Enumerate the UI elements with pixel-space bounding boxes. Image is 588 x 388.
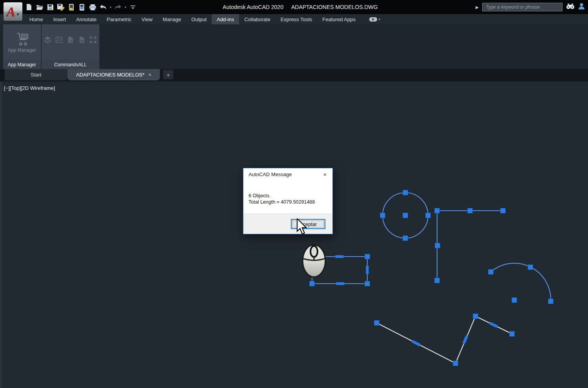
- chevron-down-icon: ▾: [379, 18, 380, 21]
- file-tab-start[interactable]: Start: [5, 69, 67, 80]
- mouse-cursor-icon: [296, 219, 308, 235]
- ribbon: App Manager App Manager: [0, 24, 588, 69]
- cad-grip-midpoint[interactable]: [462, 335, 468, 344]
- cad-grip[interactable]: [473, 314, 478, 319]
- cad-grip[interactable]: [435, 208, 440, 213]
- cad-grip[interactable]: [403, 236, 408, 241]
- cad-grip-midpoint[interactable]: [335, 255, 344, 258]
- cad-grip[interactable]: [453, 361, 458, 366]
- cad-grip[interactable]: [435, 278, 440, 283]
- app-title: Autodesk AutoCAD 2020: [223, 4, 283, 10]
- mouse-overlay-icon: [301, 244, 327, 278]
- cad-grip[interactable]: [435, 243, 440, 248]
- save-as-icon[interactable]: [57, 3, 65, 11]
- ribbon-tab-view[interactable]: View: [136, 14, 158, 24]
- autocad-logo-icon: A: [6, 5, 15, 18]
- ribbon-tab-featured-apps[interactable]: Featured Apps: [317, 14, 361, 24]
- cad-grip[interactable]: [380, 213, 385, 218]
- sign-in-user-icon[interactable]: [578, 3, 585, 11]
- dialog-title: AutoCAD Message: [243, 168, 332, 180]
- search-expand-icon[interactable]: ▶: [475, 5, 479, 9]
- open-file-icon[interactable]: [36, 3, 44, 11]
- file-page-icon[interactable]: [67, 36, 74, 44]
- ribbon-tab-output[interactable]: Output: [186, 14, 212, 24]
- autocad-message-dialog: AutoCAD Message × 6 Objects. Total Lengt…: [243, 168, 333, 234]
- ribbon-panel-commandsall: CommandsALL: [42, 24, 100, 69]
- ribbon-tab-insert[interactable]: Insert: [48, 14, 71, 24]
- cad-grip-midpoint[interactable]: [336, 282, 345, 285]
- ribbon-tab-bar: Home Insert Annotate Parametric View Man…: [24, 14, 588, 24]
- window-title: Autodesk AutoCAD 2020 ADAPTACIONES MODEL…: [223, 0, 378, 14]
- redo-dropdown-icon[interactable]: ▾: [125, 5, 126, 9]
- cad-grip[interactable]: [510, 332, 515, 337]
- cad-grip[interactable]: [501, 208, 506, 213]
- plot-icon[interactable]: [89, 3, 96, 11]
- undo-dropdown-icon[interactable]: ▾: [110, 5, 111, 9]
- autocad-window: A ▼: [0, 0, 588, 388]
- ribbon-tab-annotate[interactable]: Annotate: [71, 14, 102, 24]
- open-from-web-mobile-icon[interactable]: [67, 3, 75, 11]
- panel-title-app-manager[interactable]: App Manager: [3, 60, 41, 69]
- dialog-message-line2: Total Length = 4079.50291488: [249, 199, 315, 205]
- cad-grip[interactable]: [548, 299, 554, 304]
- titlebar-right-controls: ▶: [475, 0, 585, 14]
- chevron-down-icon: ▼: [16, 13, 20, 16]
- undo-icon[interactable]: [99, 3, 107, 11]
- quick-access-toolbar: ▾ ▾: [25, 2, 137, 12]
- search-input[interactable]: [482, 3, 563, 11]
- new-drawing-tab-button[interactable]: +: [163, 70, 173, 79]
- document-title: ADAPTACIONES MODELOS.DWG: [291, 4, 378, 10]
- cad-grip[interactable]: [528, 265, 533, 270]
- selection-boundary-icon[interactable]: [89, 36, 97, 44]
- ribbon-media-dropdown[interactable]: ▾: [369, 14, 380, 24]
- ribbon-panel-app-manager: App Manager App Manager: [3, 24, 41, 69]
- cad-grip-midpoint[interactable]: [412, 340, 421, 346]
- file-export-icon[interactable]: [78, 36, 85, 44]
- image-chart-icon[interactable]: [55, 36, 63, 44]
- cad-grip-midpoint[interactable]: [489, 322, 498, 328]
- cad-geometry-layer: [0, 82, 588, 388]
- media-icon: [369, 17, 377, 22]
- customize-quick-access-icon[interactable]: [129, 3, 137, 11]
- cad-grip[interactable]: [403, 190, 408, 195]
- new-file-icon[interactable]: [25, 3, 33, 11]
- search-binoculars-icon[interactable]: [566, 3, 575, 11]
- file-tab-bar: Start ADAPTACIONES MODELOS* × +: [0, 69, 588, 82]
- drawing-canvas[interactable]: [−][Top][2D Wireframe] AutoCAD Message ×…: [0, 82, 588, 388]
- dialog-message: 6 Objects. Total Length = 4079.50291488: [249, 193, 315, 205]
- file-tab-close-icon[interactable]: ×: [149, 72, 152, 78]
- app-store-cart-icon: [14, 32, 30, 46]
- cad-grip[interactable]: [488, 270, 494, 275]
- app-manager-button[interactable]: App Manager: [3, 26, 41, 59]
- ribbon-tab-collaborate[interactable]: Collaborate: [239, 14, 276, 24]
- application-menu-button[interactable]: A ▼: [3, 2, 23, 21]
- save-to-web-mobile-icon[interactable]: [78, 3, 86, 11]
- ribbon-tab-parametric[interactable]: Parametric: [102, 14, 136, 24]
- dialog-footer: Aceptar: [243, 213, 332, 234]
- file-tab-start-label: Start: [31, 72, 41, 78]
- redo-icon[interactable]: [114, 3, 122, 11]
- ribbon-tab-add-ins[interactable]: Add-ins: [212, 14, 239, 24]
- app-manager-button-label: App Manager: [8, 47, 36, 53]
- commandsall-icons: [42, 36, 99, 44]
- ribbon-tab-manage[interactable]: Manage: [158, 14, 186, 24]
- dialog-message-line1: 6 Objects.: [249, 193, 315, 199]
- cad-grip-midpoint[interactable]: [366, 266, 369, 274]
- cad-object-arc[interactable]: [491, 263, 551, 301]
- dialog-close-icon[interactable]: ×: [321, 170, 329, 178]
- cad-grip[interactable]: [403, 213, 408, 218]
- file-tab-adaptaciones-modelos[interactable]: ADAPTACIONES MODELOS* ×: [67, 69, 160, 80]
- cad-grip[interactable]: [365, 281, 370, 286]
- titlebar: A ▼: [0, 0, 588, 14]
- cad-grip[interactable]: [310, 281, 315, 286]
- ribbon-tab-express-tools[interactable]: Express Tools: [276, 14, 318, 24]
- layers-stack-icon[interactable]: [44, 36, 51, 44]
- cad-grip[interactable]: [374, 321, 379, 326]
- save-icon[interactable]: [46, 3, 54, 11]
- panel-title-commandsall[interactable]: CommandsALL: [42, 60, 99, 69]
- cad-grip[interactable]: [468, 208, 473, 213]
- ribbon-tab-home[interactable]: Home: [24, 14, 48, 24]
- cad-grip[interactable]: [512, 298, 517, 303]
- cad-grip[interactable]: [365, 254, 370, 259]
- cad-grip[interactable]: [426, 213, 431, 218]
